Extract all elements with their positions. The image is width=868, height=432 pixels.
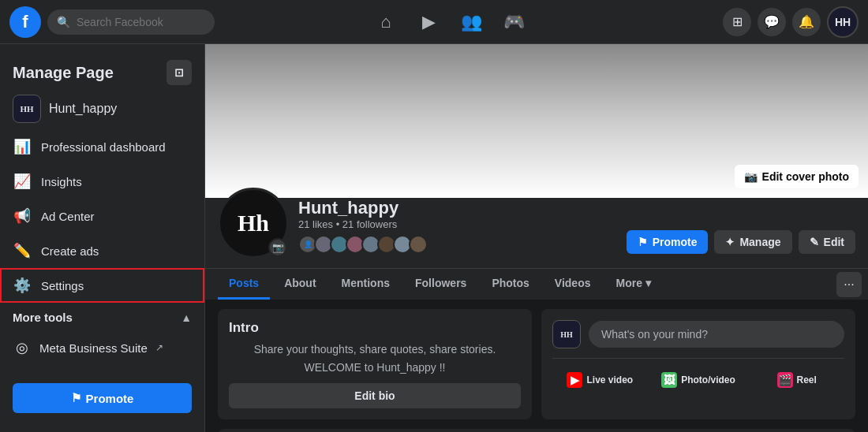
intro-title: Intro: [229, 320, 521, 336]
tab-about[interactable]: About: [273, 269, 327, 300]
apps-btn[interactable]: ⊞: [723, 8, 751, 36]
insights-icon: 📈: [13, 172, 32, 191]
nav-right: ⊞ 💬 🔔 HH: [685, 6, 859, 38]
tab-followers[interactable]: Followers: [404, 269, 477, 300]
sidebar-promote-button[interactable]: ⚑ Promote: [13, 383, 192, 413]
compose-avatar: HH: [552, 320, 581, 348]
friends-icon[interactable]: 👥: [451, 3, 491, 41]
main-content: 📷 Edit cover photo Hh 📷 Hunt_happy 21 li…: [205, 44, 868, 432]
photo-video-icon: 🖼: [661, 372, 677, 388]
live-video-icon: ▶: [567, 372, 582, 388]
cover-photo: 📷 Edit cover photo: [205, 44, 868, 198]
sidebar-top: Manage Page ⊡ HH Hunt_happy 📊 Profession…: [0, 54, 204, 363]
external-link-icon: ↗: [155, 342, 163, 353]
main-layout: Manage Page ⊡ HH Hunt_happy 📊 Profession…: [0, 44, 868, 432]
top-nav: f 🔍 ⌂ ▶ 👥 🎮 ⊞ 💬 🔔 HH: [0, 0, 868, 44]
sidebar: Manage Page ⊡ HH Hunt_happy 📊 Profession…: [0, 44, 205, 432]
post-compose-card: HH What's on your mind? ▶ Live video 🖼 P…: [541, 309, 855, 419]
compose-input[interactable]: What's on your mind?: [589, 321, 844, 348]
compose-actions: ▶ Live video 🖼 Photo/video 🎬 Reel: [552, 358, 844, 393]
page-name-label: Hunt_happy: [49, 102, 117, 116]
home-icon[interactable]: ⌂: [366, 3, 406, 41]
camera-icon: 📷: [744, 170, 758, 183]
promote-flag-icon: ⚑: [71, 391, 81, 405]
sidebar-item-create-ads[interactable]: ✏️ Create ads: [0, 233, 204, 268]
edit-icon: ✎: [810, 236, 819, 248]
more-tools-header[interactable]: More tools ▲: [0, 303, 204, 332]
sidebar-item-insights[interactable]: 📈 Insights: [0, 164, 204, 199]
tab-videos[interactable]: Videos: [544, 269, 602, 300]
avatar-text: Hh: [238, 210, 269, 236]
profile-info: Hunt_happy 21 likes • 21 followers 👤: [298, 198, 428, 259]
search-input[interactable]: [77, 16, 205, 28]
settings-icon: ⚙️: [13, 276, 32, 295]
manage-button[interactable]: ✦ Manage: [714, 230, 791, 254]
profile-avatar-wrap: Hh 📷: [218, 188, 289, 259]
followers-avatars: 👤: [298, 235, 428, 254]
more-tools-chevron-icon: ▲: [181, 311, 192, 324]
content-grid: Intro Share your thoughts, share quotes,…: [205, 300, 868, 429]
watch-icon[interactable]: ▶: [409, 3, 448, 41]
reel-button[interactable]: 🎬 Reel: [749, 367, 844, 393]
featured-section: Featured Manage: [218, 429, 855, 432]
sidebar-toggle-icon[interactable]: ⊡: [166, 60, 192, 85]
search-box[interactable]: 🔍: [47, 9, 215, 35]
intro-card: Intro Share your thoughts, share quotes,…: [218, 309, 532, 419]
tab-posts[interactable]: Posts: [218, 269, 270, 300]
profile-actions: ⚑ Promote ✦ Manage ✎ Edit: [627, 230, 855, 259]
facebook-logo[interactable]: f: [9, 6, 41, 38]
tab-mentions[interactable]: Mentions: [331, 269, 401, 300]
edit-button[interactable]: ✎ Edit: [799, 230, 855, 254]
live-video-button[interactable]: ▶ Live video: [552, 367, 648, 393]
search-icon: 🔍: [57, 16, 70, 28]
nav-left: f 🔍: [9, 6, 215, 38]
ad-center-icon: 📢: [13, 207, 32, 225]
page-avatar: HH: [13, 95, 41, 123]
reel-icon: 🎬: [777, 372, 793, 388]
profile-left: Hh 📷 Hunt_happy 21 likes • 21 followers …: [218, 198, 428, 259]
intro-text: Share your thoughts, share quotes, share…: [229, 342, 521, 358]
edit-cover-button[interactable]: 📷 Edit cover photo: [735, 165, 859, 188]
sidebar-bottom: ⚑ Promote: [0, 374, 204, 423]
intro-welcome: WELCOME to Hunt_happy !!: [229, 361, 521, 374]
profile-name: Hunt_happy: [298, 198, 428, 218]
notifications-btn[interactable]: 🔔: [792, 8, 821, 36]
tabs-bar: Posts About Mentions Followers Photos Vi…: [205, 268, 868, 300]
sidebar-item-meta-business[interactable]: ◎ Meta Business Suite ↗: [0, 332, 204, 363]
promote-button[interactable]: ⚑ Promote: [627, 230, 709, 254]
tab-photos[interactable]: Photos: [481, 269, 540, 300]
sidebar-item-settings[interactable]: ⚙️ Settings: [0, 268, 204, 303]
sidebar-title: Manage Page ⊡: [0, 54, 204, 88]
profile-section: Hh 📷 Hunt_happy 21 likes • 21 followers …: [205, 198, 868, 268]
gaming-icon[interactable]: 🎮: [494, 3, 533, 41]
profile-stats: 21 likes • 21 followers: [298, 218, 428, 230]
sidebar-item-professional-dashboard[interactable]: 📊 Professional dashboard: [0, 129, 204, 164]
meta-business-icon: ◎: [13, 338, 32, 357]
change-avatar-button[interactable]: 📷: [268, 238, 287, 257]
create-ads-icon: ✏️: [13, 241, 32, 260]
promote-icon: ⚑: [638, 236, 648, 248]
tabs-ellipsis-button[interactable]: ···: [836, 272, 862, 297]
manage-icon: ✦: [725, 236, 735, 248]
photo-video-button[interactable]: 🖼 Photo/video: [651, 367, 746, 393]
compose-top: HH What's on your mind?: [552, 320, 844, 348]
edit-bio-button[interactable]: Edit bio: [229, 383, 521, 408]
tab-more[interactable]: More ▾: [604, 269, 661, 300]
messenger-btn[interactable]: 💬: [758, 8, 786, 36]
sidebar-item-ad-center[interactable]: 📢 Ad Center: [0, 199, 204, 233]
nav-center: ⌂ ▶ 👥 🎮: [215, 3, 685, 41]
professional-dashboard-icon: 📊: [13, 137, 32, 156]
sidebar-page-item[interactable]: HH Hunt_happy: [0, 88, 204, 129]
user-avatar[interactable]: HH: [827, 6, 859, 38]
follower-avatar-8: [409, 235, 428, 254]
